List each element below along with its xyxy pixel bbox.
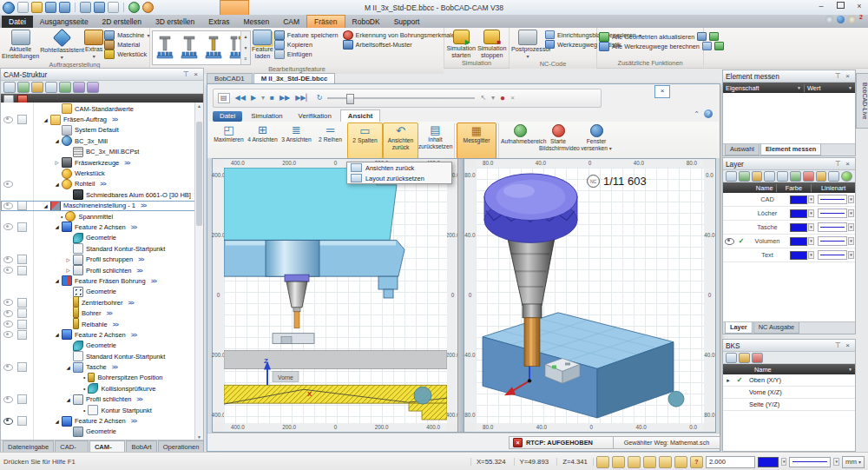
playbar-close-icon[interactable]: × <box>510 95 515 102</box>
jump-link[interactable]: >> <box>137 268 142 274</box>
bohrungserkennung-button[interactable]: Erkennung von Bohrungsmerkmalen <box>343 30 458 39</box>
material-button[interactable]: Material <box>104 40 149 49</box>
tab-messen[interactable]: Messen <box>236 16 276 28</box>
line-width-field[interactable]: 2.000 <box>706 456 755 468</box>
linestyle-dropdown-icon[interactable]: ▾ <box>833 458 839 466</box>
color-swatch[interactable] <box>790 223 807 232</box>
viewer-tab-verifikation[interactable]: Verifikation <box>292 110 339 122</box>
skip-to-end-button[interactable]: ▶▶▏ <box>295 95 311 102</box>
help-icon[interactable]: ? <box>704 109 713 118</box>
close-icon[interactable]: × <box>191 70 201 78</box>
tree-item[interactable]: •Spannmittel <box>1 211 195 222</box>
tree-item[interactable]: ◢Feature 2 Achsen>> <box>1 329 195 340</box>
close-icon[interactable]: × <box>843 72 852 80</box>
pointer-tool-icon[interactable]: ↖ <box>480 95 486 102</box>
compute-checkbox-icon[interactable] <box>17 362 27 372</box>
compute-checkbox-icon[interactable] <box>17 330 27 340</box>
expander-icon[interactable]: ◢ <box>42 117 49 122</box>
pin-icon[interactable]: ⊤ <box>833 160 843 168</box>
ortho-icon[interactable] <box>628 456 641 468</box>
compute-checkbox-icon[interactable] <box>17 266 27 275</box>
jump-link[interactable]: >> <box>124 160 129 166</box>
play-button[interactable]: ▶ <box>251 95 256 102</box>
tab-operationen[interactable]: Operationen <box>158 440 205 453</box>
playlist-icon[interactable]: ▤ <box>218 93 230 103</box>
compute-checkbox-icon[interactable] <box>17 222 27 232</box>
cam-toolbar-icon-5[interactable] <box>59 82 71 93</box>
play-dropdown-icon[interactable]: ▾ <box>261 95 265 102</box>
bks-row[interactable]: Seite (Y/Z) <box>723 399 855 411</box>
aktuelle-einstellungen-button[interactable]: Aktuelle Einstellungen <box>2 29 39 60</box>
tree-item[interactable]: ◢Feature 2 Achsen>> <box>1 415 195 426</box>
close-icon[interactable]: × <box>843 160 852 168</box>
tree-item[interactable]: •Kollisionsprüfkurve <box>1 383 195 394</box>
save-icon[interactable] <box>45 2 56 13</box>
layer-toolbar-icon-5[interactable] <box>777 171 788 182</box>
compute-checkbox-icon[interactable] <box>17 394 27 404</box>
front-view-pane[interactable]: 400.0200.00200.0400.0 400.0200.00200.040… <box>212 158 459 433</box>
jump-link[interactable]: >> <box>131 332 136 338</box>
pointer-dropdown-icon[interactable]: ▾ <box>491 95 495 102</box>
zwei-spalten-button[interactable]: ▭ 2 Spalten <box>347 122 383 159</box>
tool-preset-3-icon[interactable] <box>203 36 224 60</box>
cam-toolbar-icon-6[interactable] <box>73 82 85 93</box>
viewer-tab-ansicht[interactable]: Ansicht <box>340 109 381 122</box>
tree-item[interactable]: ◢Fräsen-Auftrag>> <box>1 114 195 124</box>
web-icon[interactable] <box>142 2 154 13</box>
extras-button[interactable]: Extras ▾ <box>84 29 103 60</box>
redo-icon[interactable] <box>108 2 119 13</box>
layer-toolbar-icon-10[interactable] <box>841 171 852 182</box>
layer-toolbar-icon-8[interactable] <box>816 171 827 182</box>
tree-item[interactable]: ◢Feature 2 Achsen>> <box>1 222 195 232</box>
expander-icon[interactable]: ▷ <box>53 160 61 165</box>
tool-preset-1-icon[interactable] <box>155 36 175 60</box>
bks-toolbar-icon-2[interactable] <box>739 353 750 363</box>
tree-item[interactable]: •Kontur Startpunkt <box>1 405 195 415</box>
grid-settings-icon[interactable] <box>612 456 625 468</box>
eye-icon[interactable] <box>3 223 13 230</box>
linestyle-sample[interactable] <box>818 195 847 204</box>
window-icon[interactable] <box>80 2 91 13</box>
linestyle-sample[interactable] <box>818 250 847 260</box>
rohteilassistent-button[interactable]: Rohteilassistent ▾ <box>40 29 83 61</box>
jump-link[interactable]: >> <box>141 202 146 209</box>
tree-item[interactable]: System Default <box>1 125 195 136</box>
filter-icon[interactable]: ▼ <box>848 85 852 90</box>
column-name[interactable]: Name ▼ <box>752 366 855 374</box>
maximieren-button[interactable]: ◰ Maximieren <box>212 122 246 159</box>
vier-ansichten-button[interactable]: ⊞ 4 Ansichten <box>246 122 279 159</box>
layer-toolbar-icon-6[interactable] <box>790 171 801 182</box>
simulation-stoppen-button[interactable]: Simulation stoppen <box>477 29 508 59</box>
eye-icon[interactable] <box>3 267 13 274</box>
dropdown-arrow-icon[interactable]: ▾ <box>808 237 814 245</box>
feature-laden-button[interactable]: Feature laden <box>252 29 273 60</box>
linestyle-sample[interactable] <box>818 236 847 246</box>
dropdown-arrow-icon[interactable]: ▾ <box>848 223 854 231</box>
layer-toolbar-icon-4[interactable] <box>764 171 775 182</box>
column-wert[interactable]: Wert ▼ <box>805 84 855 92</box>
color-swatch[interactable] <box>790 237 807 246</box>
close-view-button[interactable]: × <box>654 85 670 98</box>
tab-layer[interactable]: Layer <box>725 322 753 334</box>
simulation-starten-button[interactable]: Simulation starten <box>446 29 477 59</box>
expander-icon[interactable]: ◢ <box>42 203 49 209</box>
tab-cam[interactable]: CAM <box>276 16 306 28</box>
feature-speichern-button[interactable]: Feature speichern <box>274 30 339 39</box>
save-all-icon[interactable] <box>59 2 70 13</box>
notification-bell-icon[interactable] <box>848 16 856 23</box>
scroll-up-icon[interactable]: ▲ <box>195 103 203 109</box>
linestyle-sample[interactable] <box>818 209 847 218</box>
tool-preset-2-icon[interactable] <box>179 36 200 60</box>
jump-link[interactable]: >> <box>131 224 136 230</box>
tab-nc-ausgabe[interactable]: NC Ausgabe <box>753 322 800 334</box>
new-file-icon[interactable] <box>17 2 29 13</box>
tree-item[interactable]: Zentrierbohrer>> <box>1 297 195 308</box>
column-eigenschaft[interactable]: Eigenschaft ▼ <box>723 84 805 92</box>
check-icon[interactable]: ✓ <box>739 237 745 245</box>
tab-cad-struktur[interactable]: CAD-Struktur <box>55 440 89 453</box>
tree-item[interactable]: Standard Kontur-Startpunkt <box>1 351 195 361</box>
layer-toolbar-icon-1[interactable] <box>726 171 737 182</box>
tree-item[interactable]: ▷Profil schruppen>> <box>1 254 195 264</box>
dropdown-arrow-icon[interactable]: ▾ <box>848 209 854 217</box>
dropdown-arrow-icon[interactable]: ▾ <box>808 209 814 217</box>
